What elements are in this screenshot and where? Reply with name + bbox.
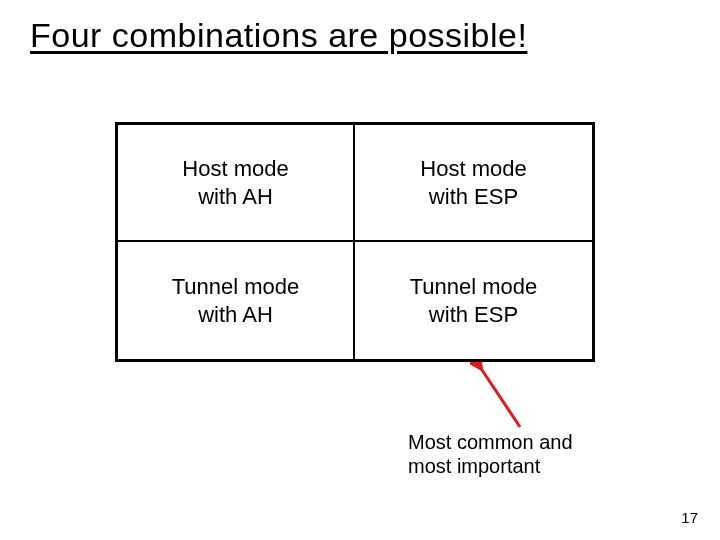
svg-line-0 (480, 367, 520, 427)
cell-tunnel-ah: Tunnel mode with AH (118, 242, 355, 359)
cell-text-line1: Host mode (420, 156, 526, 181)
combinations-table: Host mode with AH Host mode with ESP Tun… (115, 122, 595, 362)
cell-text-line2: with ESP (429, 302, 518, 327)
cell-text-line1: Tunnel mode (172, 274, 300, 299)
cell-tunnel-esp: Tunnel mode with ESP (355, 242, 592, 359)
cell-text-line2: with ESP (429, 184, 518, 209)
annotation-caption: Most common and most important (408, 430, 573, 478)
caption-line1: Most common and (408, 431, 573, 453)
arrow-icon (470, 362, 530, 432)
slide-title: Four combinations are possible! (30, 16, 527, 55)
cell-text-line2: with AH (198, 184, 273, 209)
cell-host-esp: Host mode with ESP (355, 125, 592, 242)
cell-text-line2: with AH (198, 302, 273, 327)
cell-text-line1: Tunnel mode (410, 274, 538, 299)
page-number: 17 (681, 509, 698, 526)
cell-host-ah: Host mode with AH (118, 125, 355, 242)
caption-line2: most important (408, 455, 540, 477)
cell-text-line1: Host mode (182, 156, 288, 181)
